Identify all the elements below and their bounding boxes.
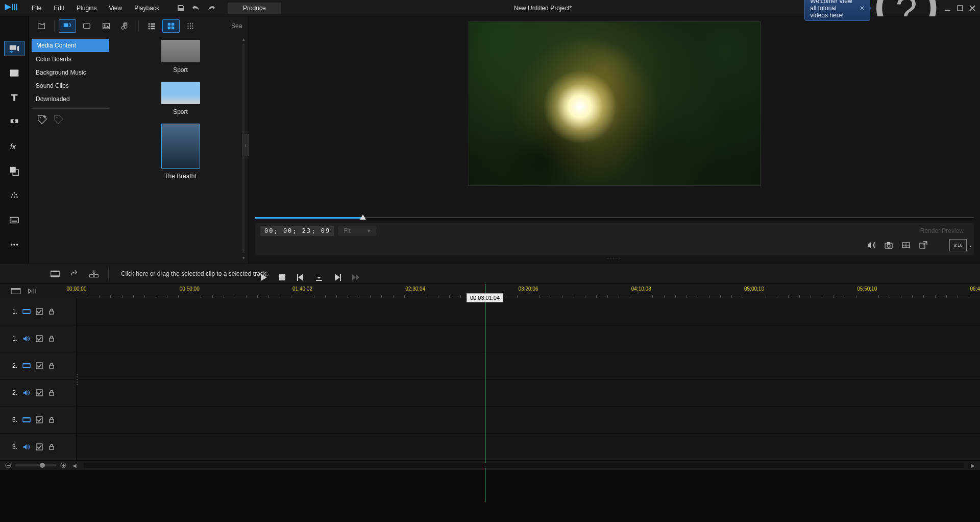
marker-tool-icon[interactable] bbox=[27, 287, 38, 295]
filter-image-button[interactable] bbox=[97, 19, 115, 33]
tutorial-bubble[interactable]: Welcome! View all tutorial videos here! … bbox=[804, 0, 870, 21]
category-background-music[interactable]: Background Music bbox=[32, 66, 109, 79]
fast-forward-icon[interactable] bbox=[351, 273, 360, 282]
menu-edit[interactable]: Edit bbox=[47, 2, 70, 15]
menu-file[interactable]: File bbox=[26, 2, 47, 15]
media-thumb[interactable] bbox=[161, 82, 200, 104]
redo-arrow-icon[interactable] bbox=[69, 269, 80, 278]
next-frame-icon[interactable] bbox=[333, 273, 342, 282]
close-icon[interactable]: ✕ bbox=[860, 5, 865, 12]
timeline-ruler[interactable]: 00;00;0000;50;0001;40;0202;30;0403;20;06… bbox=[77, 284, 980, 298]
view-grid-button[interactable] bbox=[162, 19, 180, 33]
insert-to-track-icon[interactable] bbox=[89, 269, 99, 278]
render-preview-button[interactable]: Render Preview bbox=[915, 226, 969, 236]
track-header[interactable]: 2. bbox=[0, 379, 77, 406]
track-lane[interactable] bbox=[77, 407, 980, 433]
track-header[interactable]: 2. bbox=[0, 352, 77, 379]
preview-frame[interactable] bbox=[469, 21, 761, 186]
track-lock-icon[interactable] bbox=[48, 416, 55, 423]
track-header[interactable]: 3. bbox=[0, 434, 77, 460]
track-lock-icon[interactable] bbox=[48, 443, 55, 450]
view-detail-button[interactable] bbox=[182, 19, 199, 33]
zoom-slider[interactable] bbox=[15, 464, 56, 466]
track-resize-grip[interactable] bbox=[76, 298, 79, 461]
track-lock-icon[interactable] bbox=[48, 335, 55, 342]
undo-icon[interactable] bbox=[192, 4, 200, 12]
remove-tag-icon[interactable] bbox=[53, 114, 64, 125]
track-lane[interactable] bbox=[77, 434, 980, 460]
media-thumb[interactable] bbox=[161, 124, 200, 169]
media-thumb[interactable] bbox=[161, 40, 200, 62]
timeline-hscroll[interactable] bbox=[84, 463, 964, 468]
close-window-icon[interactable] bbox=[969, 5, 976, 12]
track-visible-checkbox[interactable] bbox=[36, 416, 43, 423]
svg-rect-26 bbox=[64, 23, 68, 27]
media-room-tab[interactable] bbox=[4, 41, 24, 56]
track-header[interactable]: 1. bbox=[0, 325, 77, 352]
menu-plugins[interactable]: Plugins bbox=[70, 2, 103, 15]
filter-video-button[interactable] bbox=[78, 19, 95, 33]
track-visible-checkbox[interactable] bbox=[36, 389, 43, 396]
svg-rect-65 bbox=[51, 271, 60, 272]
track-header[interactable]: 1. bbox=[0, 298, 77, 325]
track-lock-icon[interactable] bbox=[48, 389, 55, 396]
film-room-tab[interactable] bbox=[4, 65, 24, 81]
timecode-display[interactable]: 00; 00; 23; 09 bbox=[260, 226, 334, 236]
overlay-room-tab[interactable] bbox=[4, 163, 24, 179]
track-visible-checkbox[interactable] bbox=[36, 443, 43, 450]
effect-room-tab[interactable]: fx bbox=[4, 139, 24, 154]
category-sound-clips[interactable]: Sound Clips bbox=[32, 80, 109, 92]
view-list-button[interactable] bbox=[143, 19, 160, 33]
snapshot-frame-icon[interactable] bbox=[314, 273, 324, 282]
import-button[interactable] bbox=[33, 19, 50, 33]
zoom-fit-dropdown[interactable]: Fit▼ bbox=[338, 226, 376, 236]
save-icon[interactable] bbox=[177, 4, 185, 12]
track-lock-icon[interactable] bbox=[48, 308, 55, 315]
preview-seekbar[interactable] bbox=[255, 212, 974, 223]
prev-frame-icon[interactable] bbox=[296, 273, 305, 282]
track-visible-checkbox[interactable] bbox=[36, 335, 43, 342]
minimize-icon[interactable] bbox=[944, 5, 951, 12]
panel-resize-grip[interactable]: ····· bbox=[255, 255, 974, 259]
track-lock-icon[interactable] bbox=[48, 362, 55, 369]
category-media-content[interactable]: Media Content bbox=[32, 39, 109, 52]
snapshot-icon[interactable] bbox=[884, 241, 893, 250]
subtitle-room-tab[interactable] bbox=[4, 212, 24, 228]
category-color-boards[interactable]: Color Boards bbox=[32, 53, 109, 65]
zoom-out-icon[interactable] bbox=[5, 462, 11, 468]
particle-room-tab[interactable] bbox=[4, 188, 24, 203]
display-options-icon[interactable] bbox=[901, 241, 911, 250]
seek-handle[interactable] bbox=[360, 215, 366, 220]
more-rooms-tab[interactable] bbox=[4, 237, 24, 252]
category-downloaded[interactable]: Downloaded bbox=[32, 93, 109, 105]
transition-room-tab[interactable] bbox=[4, 114, 24, 130]
track-lane[interactable] bbox=[77, 352, 980, 379]
track-lane[interactable] bbox=[77, 298, 980, 325]
track-view-icon[interactable] bbox=[10, 287, 21, 295]
movie-mode-icon[interactable] bbox=[50, 269, 60, 278]
popout-icon[interactable] bbox=[919, 241, 928, 250]
collapse-library-button[interactable]: ‹ bbox=[242, 134, 249, 156]
produce-button[interactable]: Produce bbox=[228, 3, 281, 14]
stop-icon[interactable] bbox=[278, 273, 287, 282]
redo-icon[interactable] bbox=[207, 4, 215, 12]
playhead[interactable] bbox=[485, 284, 485, 502]
aspect-ratio-selector[interactable]: 9:16⌄ bbox=[949, 239, 967, 251]
scroll-right-icon[interactable]: ▶ bbox=[971, 463, 975, 468]
search-input[interactable]: Sea bbox=[231, 22, 244, 30]
volume-icon[interactable] bbox=[867, 241, 876, 250]
menu-view[interactable]: View bbox=[103, 2, 128, 15]
menu-playback[interactable]: Playback bbox=[128, 2, 165, 15]
add-tag-icon[interactable] bbox=[37, 114, 48, 125]
maximize-icon[interactable] bbox=[957, 5, 964, 12]
track-lane[interactable] bbox=[77, 379, 980, 406]
zoom-in-icon[interactable] bbox=[60, 462, 66, 468]
filter-all-button[interactable] bbox=[59, 19, 76, 33]
title-room-tab[interactable] bbox=[4, 90, 24, 105]
track-header[interactable]: 3. bbox=[0, 407, 77, 433]
play-icon[interactable] bbox=[259, 273, 268, 282]
filter-audio-button[interactable] bbox=[117, 19, 134, 33]
track-lane[interactable] bbox=[77, 325, 980, 352]
track-visible-checkbox[interactable] bbox=[36, 362, 43, 369]
track-visible-checkbox[interactable] bbox=[36, 308, 43, 315]
